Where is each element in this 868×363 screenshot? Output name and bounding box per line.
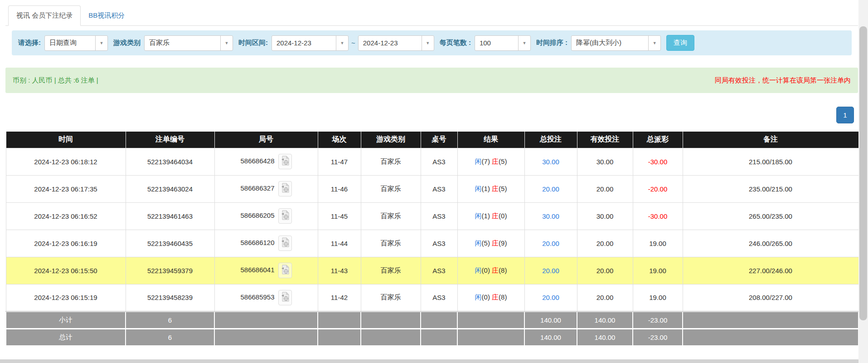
game-category-value: 百家乐 (145, 36, 220, 50)
betting-records-table: 时间注单编号局号场次游戏类别桌号结果总投注有效投注总派彩备注 2024-12-2… (5, 132, 859, 346)
summary-cell: 140.00 (577, 311, 633, 329)
summary-cell: 140.00 (524, 329, 577, 346)
cell-table-no: AS3 (421, 202, 457, 230)
date-to-value: 2024-12-23 (359, 36, 422, 50)
video-replay-icon (281, 237, 290, 248)
round-id-text: 586686327 (240, 184, 274, 192)
cell-bet-id: 522139463024 (126, 175, 214, 202)
video-replay-icon (281, 155, 290, 166)
game-category-label: 游戏类别 (113, 39, 141, 47)
table-row: 2024-12-23 06:15:19522139458239586685953… (6, 284, 858, 311)
video-replay-button[interactable] (278, 154, 292, 169)
summary-cell (318, 329, 361, 346)
filter-panel: 请选择: 日期查询 ▼ 游戏类别 百家乐 ▼ 时间区间: 2024-12-23 … (12, 30, 852, 55)
page-size-value: 100 (475, 36, 518, 50)
tilde-separator: ~ (351, 39, 355, 47)
round-id-text: 586686428 (240, 157, 274, 165)
cell-table-no: AS3 (421, 175, 457, 202)
cell-valid-bet: 30.00 (577, 148, 633, 175)
table-row: 2024-12-23 06:16:52522139461463586686205… (6, 202, 858, 230)
game-category-select[interactable]: 百家乐 ▼ (144, 35, 233, 51)
cell-time: 2024-12-23 06:16:19 (6, 230, 126, 257)
chevron-down-icon: ▼ (422, 36, 434, 50)
cell-payout: -30.00 (633, 202, 683, 230)
cell-note: 208.00/227.00 (683, 284, 858, 311)
currency-total-text: 币别 : 人民币 | 总共 :6 注单 | (13, 76, 98, 85)
time-sort-label: 时间排序 : (536, 39, 567, 47)
video-replay-icon (281, 182, 290, 193)
summary-cell (361, 311, 421, 329)
summary-cell (361, 329, 421, 346)
video-replay-button[interactable] (278, 263, 292, 278)
cell-session: 11-43 (318, 257, 361, 284)
video-replay-button[interactable] (278, 235, 292, 251)
video-replay-icon (281, 291, 290, 302)
cell-result: 闲(1) 庄(5) (457, 175, 524, 202)
cell-total-bet: 30.00 (524, 202, 577, 230)
page-size-select[interactable]: 100 ▼ (475, 35, 531, 51)
table-header-cell: 备注 (683, 132, 858, 148)
query-type-select[interactable]: 日期查询 ▼ (44, 35, 108, 51)
cell-session: 11-45 (318, 202, 361, 230)
cell-payout: -30.00 (633, 148, 683, 175)
cell-table-no: AS3 (421, 284, 457, 311)
search-button[interactable]: 查询 (666, 35, 694, 51)
cell-valid-bet: 20.00 (577, 257, 633, 284)
cell-time: 2024-12-23 06:16:52 (6, 202, 126, 230)
cell-round-id: 586685953 (214, 284, 318, 311)
video-replay-button[interactable] (278, 290, 292, 305)
time-sort-select[interactable]: 降幂(由大到小) ▼ (571, 35, 661, 51)
table-header-cell: 游戏类别 (361, 132, 421, 148)
cell-valid-bet: 30.00 (577, 202, 633, 230)
cell-payout: -20.00 (633, 175, 683, 202)
tab-bb-video-points[interactable]: BB视讯积分 (81, 6, 132, 25)
cell-result: 闲(7) 庄(5) (457, 148, 524, 175)
cell-result: 闲(1) 庄(0) (457, 202, 524, 230)
cell-round-id: 586686041 (214, 257, 318, 284)
chevron-down-icon: ▼ (220, 36, 233, 50)
cell-game-type: 百家乐 (361, 230, 421, 257)
cell-total-bet: 20.00 (524, 257, 577, 284)
vertical-scrollbar-track[interactable] (858, 0, 868, 363)
cell-total-bet: 30.00 (524, 148, 577, 175)
cell-round-id: 586686205 (214, 202, 318, 230)
table-header-cell: 桌号 (421, 132, 457, 148)
grand-total-row: 总计6140.00140.00-23.00 (6, 329, 858, 346)
date-to-select[interactable]: 2024-12-23 ▼ (358, 35, 434, 51)
cell-note: 227.00/246.00 (683, 257, 858, 284)
vertical-scrollbar-thumb[interactable] (859, 26, 867, 320)
cell-note: 235.00/215.00 (683, 175, 858, 202)
result-part: 庄 (492, 266, 499, 274)
cell-time: 2024-12-23 06:17:35 (6, 175, 126, 202)
chevron-down-icon: ▼ (95, 36, 107, 50)
cell-valid-bet: 20.00 (577, 175, 633, 202)
table-body: 2024-12-23 06:18:12522139464034586686428… (6, 148, 858, 346)
horizontal-scrollbar[interactable] (0, 359, 858, 363)
betting-records-page: 视讯 会员下注纪录 BB视讯积分 请选择: 日期查询 ▼ 游戏类别 百家乐 ▼ … (5, 0, 858, 346)
summary-cell (421, 329, 457, 346)
page-1-button[interactable]: 1 (836, 107, 854, 123)
summary-cell: 140.00 (524, 311, 577, 329)
round-id-text: 586685953 (240, 293, 274, 300)
cell-payout: 19.00 (633, 230, 683, 257)
round-id-text: 586686120 (240, 239, 274, 246)
cell-total-bet: 20.00 (524, 230, 577, 257)
date-from-value: 2024-12-23 (272, 36, 336, 50)
result-part: 庄 (492, 185, 499, 192)
summary-cell (318, 311, 361, 329)
summary-cell (457, 311, 524, 329)
round-id-text: 586686041 (240, 266, 274, 274)
result-part: 庄 (492, 293, 499, 301)
result-part: 闲 (475, 157, 482, 165)
cell-game-type: 百家乐 (361, 175, 421, 202)
tab-video-betting-records[interactable]: 视讯 会员下注纪录 (8, 5, 81, 26)
date-from-select[interactable]: 2024-12-23 ▼ (272, 35, 349, 51)
video-replay-button[interactable] (278, 181, 292, 196)
summary-cell: 140.00 (577, 329, 633, 346)
summary-cell: 6 (126, 329, 214, 346)
video-replay-icon (281, 210, 290, 221)
video-replay-button[interactable] (278, 208, 292, 224)
pagination: 1 (5, 107, 858, 123)
result-part: (1) (482, 212, 492, 220)
result-part: (9) (499, 239, 507, 247)
